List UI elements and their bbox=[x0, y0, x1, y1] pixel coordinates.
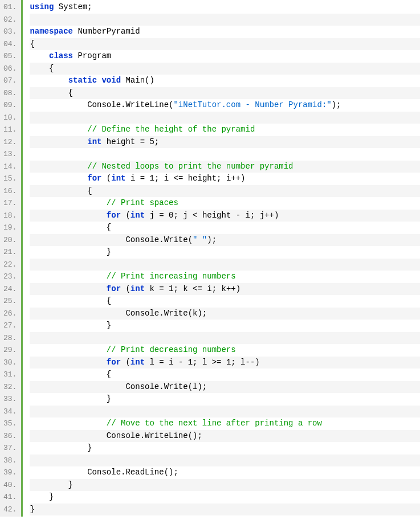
code-text: ( bbox=[121, 358, 131, 367]
code-line: Console.Write(" "); bbox=[30, 234, 420, 247]
code-line: { bbox=[30, 87, 420, 100]
code-line: { bbox=[30, 222, 420, 234]
code-text: { bbox=[30, 223, 111, 232]
code-text: Console.ReadLine(); bbox=[30, 468, 178, 477]
line-number: 31. bbox=[0, 369, 21, 381]
keyword: for bbox=[87, 174, 101, 183]
code-line bbox=[30, 406, 420, 418]
code-text: ); bbox=[207, 235, 217, 244]
code-line: for (int j = 0; j < height - i; j++) bbox=[30, 210, 420, 222]
line-number: 04. bbox=[0, 38, 21, 51]
line-number: 32. bbox=[0, 381, 21, 394]
line-number: 29. bbox=[0, 344, 21, 357]
code-line: static void Main() bbox=[30, 75, 420, 87]
code-text: } bbox=[30, 480, 73, 489]
line-number: 16. bbox=[0, 185, 21, 198]
code-text bbox=[30, 211, 106, 220]
keyword: int bbox=[131, 284, 145, 293]
line-number: 26. bbox=[0, 308, 21, 320]
code-text: Program bbox=[73, 51, 111, 60]
code-text bbox=[30, 284, 106, 293]
code-line bbox=[30, 332, 420, 345]
code-text: Console.Write( bbox=[30, 235, 193, 244]
line-number: 23. bbox=[0, 271, 21, 283]
code-text: { bbox=[30, 370, 111, 379]
code-text: l = i - 1; l >= 1; l--) bbox=[145, 358, 260, 367]
code-text: ); bbox=[332, 100, 341, 109]
line-number: 40. bbox=[0, 479, 21, 492]
code-text: System; bbox=[54, 2, 92, 11]
code-line: } bbox=[30, 393, 420, 406]
string-literal: "iNetTutor.com - Number Pyramid:" bbox=[173, 100, 331, 109]
code-text bbox=[30, 51, 49, 60]
code-line: } bbox=[30, 491, 420, 503]
code-line: // Move to the next line after printing … bbox=[30, 417, 420, 430]
keyword: class bbox=[49, 51, 73, 60]
line-number: 15. bbox=[0, 173, 21, 185]
code-line: } bbox=[30, 246, 420, 259]
line-number: 38. bbox=[0, 455, 21, 467]
code-text: Console.WriteLine(); bbox=[30, 431, 202, 440]
code-line bbox=[30, 14, 420, 26]
line-number: 30. bbox=[0, 357, 21, 369]
line-number: 36. bbox=[0, 430, 21, 443]
keyword: using bbox=[30, 2, 54, 11]
line-number: 39. bbox=[0, 466, 21, 479]
code-line: Console.WriteLine("iNetTutor.com - Numbe… bbox=[30, 99, 420, 112]
line-number: 41. bbox=[0, 491, 21, 503]
code-line: } bbox=[30, 442, 420, 455]
keyword: int bbox=[131, 358, 145, 367]
code-text: j = 0; j < height - i; j++) bbox=[145, 211, 279, 220]
code-line: Console.Write(k); bbox=[30, 308, 420, 320]
code-line: { bbox=[30, 185, 420, 198]
line-number: 25. bbox=[0, 295, 21, 308]
code-text bbox=[30, 76, 68, 85]
code-text: ( bbox=[101, 174, 111, 183]
comment: // Print increasing numbers bbox=[107, 272, 236, 281]
line-number: 28. bbox=[0, 332, 21, 345]
keyword: int bbox=[131, 211, 145, 220]
code-text bbox=[30, 125, 87, 134]
keyword: int bbox=[87, 137, 101, 146]
line-number-gutter: 01.02.03.04.05.06.07.08.09.10.11.12.13.1… bbox=[0, 0, 23, 517]
comment: // Print decreasing numbers bbox=[107, 345, 236, 354]
code-text bbox=[30, 272, 106, 281]
line-number: 19. bbox=[0, 222, 21, 234]
line-number: 21. bbox=[0, 246, 21, 259]
code-block: 01.02.03.04.05.06.07.08.09.10.11.12.13.1… bbox=[0, 0, 420, 517]
code-line: } bbox=[30, 503, 420, 516]
code-text: Console.Write(k); bbox=[30, 309, 207, 318]
code-text: { bbox=[30, 296, 111, 305]
code-line: { bbox=[30, 369, 420, 381]
keyword: namespace bbox=[30, 27, 73, 36]
keyword: for bbox=[107, 211, 121, 220]
code-line: int height = 5; bbox=[30, 136, 420, 149]
code-line: using System; bbox=[30, 1, 420, 14]
code-text bbox=[30, 345, 106, 354]
code-line: // Define the height of the pyramid bbox=[30, 124, 420, 136]
comment: // Print spaces bbox=[107, 198, 178, 207]
code-line: // Print increasing numbers bbox=[30, 271, 420, 283]
line-number: 42. bbox=[0, 503, 21, 516]
line-number: 07. bbox=[0, 75, 21, 87]
code-line bbox=[30, 148, 420, 161]
string-literal: " " bbox=[193, 235, 207, 244]
line-number: 18. bbox=[0, 210, 21, 222]
code-text: Main() bbox=[121, 76, 154, 85]
keyword: for bbox=[107, 284, 121, 293]
code-line: Console.Write(l); bbox=[30, 381, 420, 394]
line-number: 06. bbox=[0, 63, 21, 75]
code-line: { bbox=[30, 295, 420, 308]
code-text: { bbox=[30, 64, 54, 73]
code-line bbox=[30, 455, 420, 467]
code-text: ( bbox=[121, 211, 131, 220]
line-number: 22. bbox=[0, 259, 21, 271]
code-line: for (int l = i - 1; l >= 1; l--) bbox=[30, 357, 420, 369]
line-number: 03. bbox=[0, 26, 21, 38]
line-number: 34. bbox=[0, 406, 21, 418]
code-line: { bbox=[30, 38, 420, 51]
line-number: 17. bbox=[0, 197, 21, 210]
code-text: } bbox=[30, 492, 54, 501]
code-text: } bbox=[30, 247, 111, 256]
code-text: ( bbox=[121, 284, 131, 293]
